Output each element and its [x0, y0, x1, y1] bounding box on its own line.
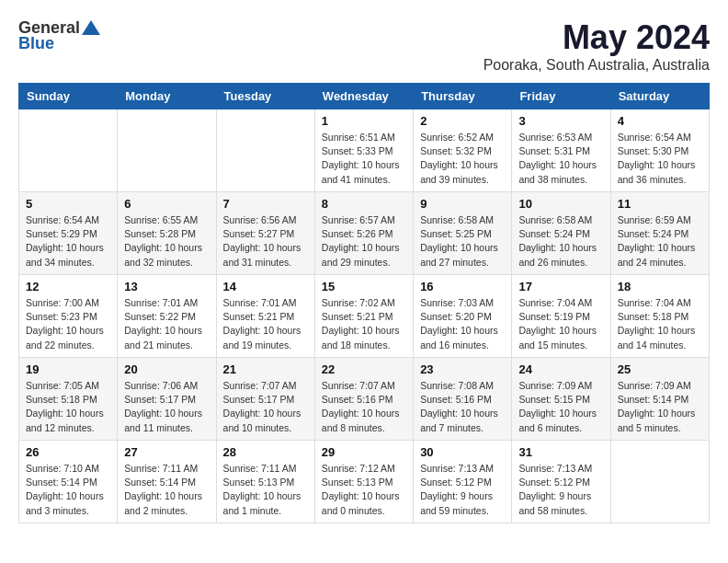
logo-blue: Blue	[18, 34, 54, 53]
day-info: Sunrise: 7:04 AM Sunset: 5:19 PM Dayligh…	[518, 296, 603, 352]
day-info: Sunrise: 7:05 AM Sunset: 5:18 PM Dayligh…	[26, 379, 110, 435]
calendar-cell: 13Sunrise: 7:01 AM Sunset: 5:22 PM Dayli…	[118, 275, 216, 358]
day-info: Sunrise: 7:04 AM Sunset: 5:18 PM Dayligh…	[618, 296, 702, 352]
day-number: 6	[124, 197, 209, 211]
day-info: Sunrise: 6:58 AM Sunset: 5:25 PM Dayligh…	[420, 213, 505, 270]
page-header: General Blue May 2024 Pooraka, South Aus…	[18, 18, 710, 74]
day-info: Sunrise: 7:07 AM Sunset: 5:16 PM Dayligh…	[322, 379, 406, 435]
day-info: Sunrise: 6:58 AM Sunset: 5:24 PM Dayligh…	[518, 213, 603, 270]
day-number: 26	[26, 445, 110, 459]
day-number: 11	[618, 197, 702, 211]
day-info: Sunrise: 6:54 AM Sunset: 5:30 PM Dayligh…	[618, 131, 702, 187]
calendar-cell: 29Sunrise: 7:12 AM Sunset: 5:13 PM Dayli…	[314, 441, 413, 523]
day-number: 9	[420, 197, 505, 211]
calendar-cell	[118, 109, 216, 192]
day-info: Sunrise: 7:01 AM Sunset: 5:21 PM Dayligh…	[223, 296, 308, 352]
calendar-cell	[610, 441, 709, 523]
day-number: 8	[322, 197, 406, 211]
day-info: Sunrise: 7:12 AM Sunset: 5:13 PM Dayligh…	[322, 462, 406, 518]
day-info: Sunrise: 7:02 AM Sunset: 5:21 PM Dayligh…	[322, 296, 406, 352]
calendar-cell: 4Sunrise: 6:54 AM Sunset: 5:30 PM Daylig…	[610, 109, 709, 192]
day-info: Sunrise: 7:09 AM Sunset: 5:15 PM Dayligh…	[518, 379, 603, 435]
calendar-cell: 21Sunrise: 7:07 AM Sunset: 5:17 PM Dayli…	[216, 358, 314, 441]
logo: General Blue	[18, 18, 100, 53]
title-block: May 2024 Pooraka, South Australia, Austr…	[483, 18, 710, 74]
day-number: 15	[322, 280, 406, 293]
day-info: Sunrise: 7:07 AM Sunset: 5:17 PM Dayligh…	[223, 379, 308, 435]
calendar-cell: 14Sunrise: 7:01 AM Sunset: 5:21 PM Dayli…	[216, 275, 314, 358]
day-number: 31	[518, 445, 603, 459]
day-info: Sunrise: 6:52 AM Sunset: 5:32 PM Dayligh…	[420, 131, 505, 187]
day-info: Sunrise: 7:03 AM Sunset: 5:20 PM Dayligh…	[420, 296, 505, 352]
calendar-cell: 9Sunrise: 6:58 AM Sunset: 5:25 PM Daylig…	[414, 192, 512, 275]
day-info: Sunrise: 6:59 AM Sunset: 5:24 PM Dayligh…	[618, 213, 702, 270]
day-number: 4	[618, 114, 702, 128]
calendar-cell: 2Sunrise: 6:52 AM Sunset: 5:32 PM Daylig…	[414, 109, 512, 192]
day-info: Sunrise: 7:09 AM Sunset: 5:14 PM Dayligh…	[618, 379, 702, 435]
day-number: 25	[618, 362, 702, 376]
day-number: 7	[223, 197, 308, 211]
day-info: Sunrise: 7:00 AM Sunset: 5:23 PM Dayligh…	[26, 296, 110, 352]
day-info: Sunrise: 6:56 AM Sunset: 5:27 PM Dayligh…	[223, 213, 308, 270]
calendar-cell: 24Sunrise: 7:09 AM Sunset: 5:15 PM Dayli…	[512, 358, 610, 441]
calendar-cell: 27Sunrise: 7:11 AM Sunset: 5:14 PM Dayli…	[118, 441, 216, 523]
day-info: Sunrise: 6:57 AM Sunset: 5:26 PM Dayligh…	[322, 213, 406, 270]
day-header-friday: Friday	[512, 84, 610, 109]
calendar-cell: 12Sunrise: 7:00 AM Sunset: 5:23 PM Dayli…	[19, 275, 118, 358]
svg-marker-0	[82, 20, 100, 35]
day-header-monday: Monday	[118, 84, 216, 109]
day-header-tuesday: Tuesday	[216, 84, 314, 109]
calendar-cell: 28Sunrise: 7:11 AM Sunset: 5:13 PM Dayli…	[216, 441, 314, 523]
day-info: Sunrise: 7:01 AM Sunset: 5:22 PM Dayligh…	[124, 296, 209, 352]
day-number: 13	[124, 280, 209, 293]
day-header-thursday: Thursday	[414, 84, 512, 109]
calendar-cell: 16Sunrise: 7:03 AM Sunset: 5:20 PM Dayli…	[414, 275, 512, 358]
calendar-cell: 18Sunrise: 7:04 AM Sunset: 5:18 PM Dayli…	[610, 275, 709, 358]
calendar-cell: 15Sunrise: 7:02 AM Sunset: 5:21 PM Dayli…	[314, 275, 413, 358]
day-number: 14	[223, 280, 308, 293]
day-number: 1	[322, 114, 406, 128]
calendar-cell: 7Sunrise: 6:56 AM Sunset: 5:27 PM Daylig…	[216, 192, 314, 275]
day-info: Sunrise: 6:54 AM Sunset: 5:29 PM Dayligh…	[26, 213, 110, 270]
day-header-saturday: Saturday	[610, 84, 709, 109]
calendar-cell	[19, 109, 118, 192]
calendar-cell: 19Sunrise: 7:05 AM Sunset: 5:18 PM Dayli…	[19, 358, 118, 441]
day-info: Sunrise: 6:53 AM Sunset: 5:31 PM Dayligh…	[518, 131, 603, 187]
day-info: Sunrise: 7:13 AM Sunset: 5:12 PM Dayligh…	[420, 462, 505, 518]
day-number: 10	[518, 197, 603, 211]
day-number: 19	[26, 362, 110, 376]
day-info: Sunrise: 6:51 AM Sunset: 5:33 PM Dayligh…	[322, 131, 406, 187]
calendar-cell: 25Sunrise: 7:09 AM Sunset: 5:14 PM Dayli…	[610, 358, 709, 441]
day-number: 5	[26, 197, 110, 211]
day-info: Sunrise: 6:55 AM Sunset: 5:28 PM Dayligh…	[124, 213, 209, 270]
calendar-cell: 26Sunrise: 7:10 AM Sunset: 5:14 PM Dayli…	[19, 441, 118, 523]
day-info: Sunrise: 7:13 AM Sunset: 5:12 PM Dayligh…	[518, 462, 603, 518]
day-info: Sunrise: 7:11 AM Sunset: 5:14 PM Dayligh…	[124, 462, 209, 518]
day-number: 23	[420, 362, 505, 376]
day-number: 20	[124, 362, 209, 376]
calendar-cell: 5Sunrise: 6:54 AM Sunset: 5:29 PM Daylig…	[19, 192, 118, 275]
day-header-sunday: Sunday	[19, 84, 118, 109]
day-number: 24	[518, 362, 603, 376]
day-number: 3	[518, 114, 603, 128]
day-number: 22	[322, 362, 406, 376]
day-header-wednesday: Wednesday	[314, 84, 413, 109]
calendar-cell	[216, 109, 314, 192]
calendar-cell: 3Sunrise: 6:53 AM Sunset: 5:31 PM Daylig…	[512, 109, 610, 192]
calendar-table: SundayMondayTuesdayWednesdayThursdayFrid…	[18, 83, 710, 523]
day-number: 27	[124, 445, 209, 459]
day-info: Sunrise: 7:06 AM Sunset: 5:17 PM Dayligh…	[124, 379, 209, 435]
calendar-cell: 30Sunrise: 7:13 AM Sunset: 5:12 PM Dayli…	[414, 441, 512, 523]
calendar-cell: 10Sunrise: 6:58 AM Sunset: 5:24 PM Dayli…	[512, 192, 610, 275]
day-info: Sunrise: 7:08 AM Sunset: 5:16 PM Dayligh…	[420, 379, 505, 435]
calendar-cell: 23Sunrise: 7:08 AM Sunset: 5:16 PM Dayli…	[414, 358, 512, 441]
day-number: 17	[518, 280, 603, 293]
day-info: Sunrise: 7:11 AM Sunset: 5:13 PM Dayligh…	[223, 462, 308, 518]
day-number: 30	[420, 445, 505, 459]
calendar-cell: 31Sunrise: 7:13 AM Sunset: 5:12 PM Dayli…	[512, 441, 610, 523]
calendar-cell: 11Sunrise: 6:59 AM Sunset: 5:24 PM Dayli…	[610, 192, 709, 275]
calendar-cell: 1Sunrise: 6:51 AM Sunset: 5:33 PM Daylig…	[314, 109, 413, 192]
day-number: 12	[26, 280, 110, 293]
day-number: 16	[420, 280, 505, 293]
day-number: 2	[420, 114, 505, 128]
